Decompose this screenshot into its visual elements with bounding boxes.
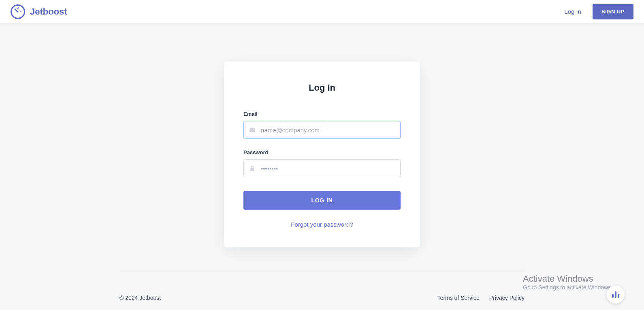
login-link[interactable]: Log In: [564, 8, 581, 15]
speedometer-icon: [11, 4, 25, 19]
main-content: Log In Email Password: [0, 23, 644, 247]
password-input[interactable]: [261, 160, 400, 177]
card-title: Log In: [243, 83, 401, 93]
email-label: Email: [243, 111, 401, 117]
footer-links: Terms of Service Privacy Policy: [437, 295, 525, 301]
password-field-group: Password: [243, 149, 401, 177]
copyright-text: © 2024 Jetboost: [119, 295, 161, 301]
terms-link[interactable]: Terms of Service: [437, 295, 480, 301]
login-submit-button[interactable]: LOG IN: [243, 191, 401, 210]
privacy-link[interactable]: Privacy Policy: [489, 295, 525, 301]
site-header: Jetboost Log In SIGN UP: [0, 0, 644, 23]
header-nav: Log In SIGN UP: [564, 4, 633, 19]
password-label: Password: [243, 149, 401, 155]
brand-logo[interactable]: Jetboost: [11, 4, 67, 19]
svg-rect-1: [250, 168, 254, 171]
email-input[interactable]: [261, 121, 400, 138]
forgot-password-link[interactable]: Forgot your password?: [243, 221, 401, 228]
password-input-wrap: [243, 159, 401, 177]
chat-widget-button[interactable]: [607, 286, 625, 304]
login-card: Log In Email Password: [224, 62, 420, 247]
bars-icon: [612, 291, 619, 298]
mail-icon: [244, 127, 261, 133]
signup-button[interactable]: SIGN UP: [593, 4, 633, 19]
site-footer: © 2024 Jetboost Terms of Service Privacy…: [0, 272, 644, 310]
lock-icon: [244, 165, 261, 172]
email-input-wrap: [243, 121, 401, 139]
svg-rect-0: [249, 128, 255, 132]
brand-name: Jetboost: [30, 6, 67, 17]
email-field-group: Email: [243, 111, 401, 139]
